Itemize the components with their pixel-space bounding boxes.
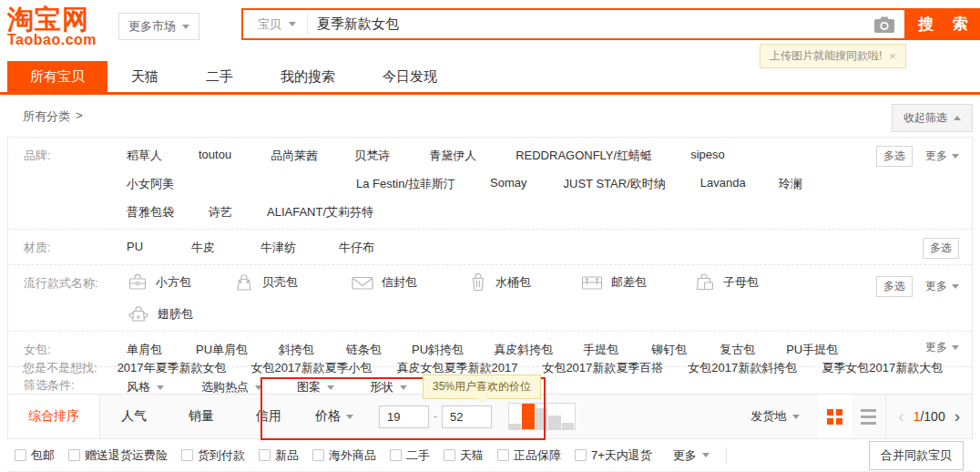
next-page-icon[interactable]: › <box>954 406 960 426</box>
suggestion-link[interactable]: 夏季女包2017新款大包 <box>822 360 943 376</box>
camera-search-icon[interactable] <box>873 15 895 34</box>
style-option-square-bag[interactable]: 小方包 <box>127 272 191 292</box>
brand-option[interactable]: JUST STAR/欧时纳 <box>564 176 666 192</box>
brand-option[interactable]: 贝梵诗 <box>354 148 390 164</box>
price-histogram[interactable] <box>508 403 576 430</box>
checkbox-icon[interactable] <box>390 449 402 461</box>
search-scope-dropdown[interactable]: 宝贝 <box>243 14 308 35</box>
search-input[interactable] <box>308 12 873 37</box>
prev-page-icon[interactable]: ‹ <box>898 406 903 426</box>
bag-option[interactable]: 链条包 <box>346 342 382 358</box>
bag-option[interactable]: 铆钉包 <box>651 342 687 358</box>
price-sort-dropdown[interactable]: 价格 <box>315 408 353 425</box>
style-option-messenger-bag[interactable]: 邮差包 <box>580 272 647 292</box>
collapse-filters-button[interactable]: 收起筛选 <box>892 104 973 132</box>
style-option-shell-bag[interactable]: 贝壳包 <box>233 272 298 292</box>
style-option-bucket-bag[interactable]: 水桶包 <box>468 272 531 292</box>
style-option-mother-child-bag[interactable]: 子母包 <box>694 272 759 292</box>
bag-option[interactable]: 手提包 <box>583 342 618 358</box>
multi-select-button[interactable]: 多选 <box>876 276 913 297</box>
brand-option[interactable]: Somay <box>490 176 526 192</box>
brand-option[interactable]: 玲澜 <box>779 176 802 192</box>
checkbox-free-shipping[interactable]: 包邮 <box>15 447 55 464</box>
price-max-input[interactable] <box>442 405 492 428</box>
checkbox-icon[interactable] <box>575 449 587 461</box>
brand-option[interactable]: Lavanda <box>700 176 746 192</box>
suggestion-link[interactable]: 女包2017新款夏季百搭 <box>542 360 663 376</box>
brand-option[interactable]: 小女阿美 <box>127 176 174 192</box>
bag-option[interactable]: PU单肩包 <box>196 342 248 358</box>
bag-option[interactable]: 真皮斜挎包 <box>494 342 553 358</box>
checkbox-tmall[interactable]: 天猫 <box>444 447 484 464</box>
brand-option[interactable]: toutou <box>199 148 231 164</box>
more-brands-link[interactable]: 更多 <box>925 149 959 164</box>
sort-sales[interactable]: 销量 <box>168 408 235 425</box>
brand-option[interactable]: La Festin/拉菲斯汀 <box>356 176 455 192</box>
checkbox-return-insurance[interactable]: 赠送退货运费险 <box>68 447 168 464</box>
chevron-down-icon <box>327 385 334 390</box>
all-categories-link[interactable]: 所有分类 > <box>23 108 83 125</box>
brand-option[interactable]: 普雅包袋 <box>127 204 174 221</box>
search-box: 宝贝 <box>241 8 906 40</box>
multi-select-button[interactable]: 多选 <box>923 238 959 259</box>
brand-option[interactable]: REDDRAGONFLY/红蜻蜓 <box>516 148 652 164</box>
taobao-logo[interactable]: 淘宝网 Taobao.com <box>7 5 117 47</box>
close-icon[interactable]: × <box>889 49 896 63</box>
brand-option[interactable]: 品尚莱茜 <box>271 148 318 164</box>
multi-select-button[interactable]: 多选 <box>876 146 913 167</box>
checkbox-icon[interactable] <box>181 449 193 461</box>
more-services-link[interactable]: 更多 <box>673 447 709 464</box>
chevron-down-icon <box>157 385 164 390</box>
search-button[interactable]: 搜 索 <box>906 8 980 40</box>
tab-all-items[interactable]: 所有宝贝 <box>7 61 107 92</box>
more-styles-link[interactable]: 更多 <box>925 279 959 294</box>
checkbox-overseas[interactable]: 海外商品 <box>312 447 376 464</box>
tab-my-searches[interactable]: 我的搜索 <box>257 61 359 92</box>
bag-option[interactable]: PU手提包 <box>786 342 838 358</box>
checkbox-icon[interactable] <box>444 449 455 461</box>
material-option[interactable]: 牛津纺 <box>260 240 296 256</box>
bag-option[interactable]: 复古包 <box>720 342 755 358</box>
checkbox-icon[interactable] <box>68 449 80 461</box>
checkbox-icon[interactable] <box>497 449 509 461</box>
brand-option[interactable]: 诗艺 <box>209 204 232 221</box>
brand-option[interactable]: 青黛伊人 <box>429 148 476 164</box>
checkbox-icon[interactable] <box>312 449 324 461</box>
suggestion-link[interactable]: 2017年夏季新款女包 <box>117 360 227 376</box>
brand-option[interactable]: ALIAFANT/艾莉芬特 <box>267 204 373 221</box>
brand-option[interactable]: sipeso <box>690 148 725 164</box>
price-min-input[interactable] <box>379 405 429 428</box>
tab-secondhand[interactable]: 二手 <box>182 61 257 92</box>
suggestion-link[interactable]: 女包2017新款夏季小包 <box>251 360 373 376</box>
list-view-button[interactable] <box>852 395 885 438</box>
material-option[interactable]: 牛皮 <box>191 240 215 256</box>
checkbox-icon[interactable] <box>259 449 271 461</box>
sort-comprehensive[interactable]: 综合排序 <box>8 395 100 438</box>
material-option[interactable]: 牛仔布 <box>339 240 374 256</box>
chevron-down-icon <box>400 385 407 390</box>
checkbox-authentic[interactable]: 正品保障 <box>497 447 561 464</box>
merge-same-items-button[interactable]: 合并同款宝贝 <box>869 441 964 470</box>
bag-option[interactable]: 斜挎包 <box>279 342 314 358</box>
more-bags-link[interactable]: 更多 <box>925 340 959 355</box>
style-option-envelope-bag[interactable]: 信封包 <box>351 272 417 292</box>
sort-credit[interactable]: 信用 <box>235 408 302 425</box>
bag-option[interactable]: 单肩包 <box>127 342 162 358</box>
ship-from-dropdown[interactable]: 发货地 <box>750 408 800 425</box>
more-markets-dropdown[interactable]: 更多市场 <box>118 13 199 40</box>
material-option[interactable]: PU <box>127 240 143 256</box>
brand-option[interactable]: 稻草人 <box>127 148 162 164</box>
style-option-wing-bag[interactable]: 翅膀包 <box>127 304 193 324</box>
checkbox-new-item[interactable]: 新品 <box>259 447 299 464</box>
suggestion-link[interactable]: 女包2017新款斜挎包 <box>688 360 797 376</box>
checkbox-cod[interactable]: 货到付款 <box>181 447 245 464</box>
bag-option[interactable]: PU斜挎包 <box>412 342 464 358</box>
checkbox-secondhand[interactable]: 二手 <box>390 447 430 464</box>
grid-view-button[interactable] <box>818 395 852 438</box>
checkbox-7day-return[interactable]: 7+天内退货 <box>575 447 652 464</box>
tab-today-discover[interactable]: 今日发现 <box>359 61 461 92</box>
tab-tmall[interactable]: 天猫 <box>107 61 182 92</box>
checkbox-icon[interactable] <box>15 449 26 461</box>
price-histogram-bar <box>509 424 522 429</box>
sort-popularity[interactable]: 人气 <box>100 408 168 425</box>
